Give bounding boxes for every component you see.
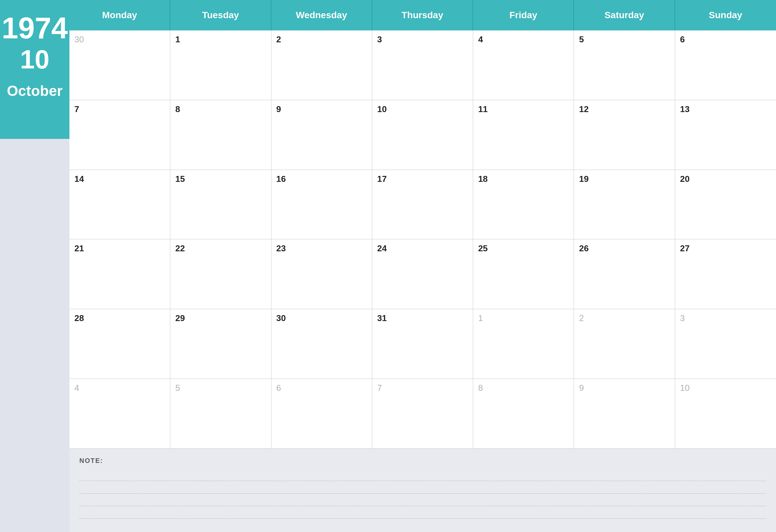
calendar-cell[interactable]: 22	[170, 239, 271, 309]
cell-day-number: 30	[276, 313, 286, 323]
calendar-cell[interactable]: 16	[271, 170, 372, 240]
notes-section: NOTE:	[69, 449, 776, 532]
sidebar: 1974 10 October	[0, 0, 69, 532]
cell-day-number: 25	[478, 243, 488, 253]
calendar-cell[interactable]: 2	[271, 30, 372, 100]
sidebar-year: 1974	[2, 13, 68, 43]
calendar-cell[interactable]: 6	[675, 30, 776, 100]
cell-day-number: 13	[680, 104, 690, 114]
note-line-2	[79, 481, 766, 494]
cell-day-number: 12	[579, 104, 589, 114]
calendar-cell[interactable]: 27	[675, 239, 776, 309]
cell-day-number: 26	[579, 243, 589, 253]
cell-day-number: 1	[478, 313, 483, 323]
cell-day-number: 24	[377, 243, 387, 253]
cell-day-number: 3	[680, 313, 685, 323]
day-headers: MondayTuesdayWednesdayThursdayFridaySatu…	[69, 0, 776, 30]
cell-day-number: 4	[74, 383, 79, 393]
calendar-cell[interactable]: 17	[372, 170, 473, 240]
calendar-cell[interactable]: 1	[473, 309, 574, 379]
calendar-cell[interactable]: 4	[69, 379, 170, 449]
cell-day-number: 31	[377, 313, 387, 323]
note-label: NOTE:	[79, 457, 766, 465]
note-line-4	[79, 506, 766, 519]
calendar-cell[interactable]: 20	[675, 170, 776, 240]
calendar-cell[interactable]: 30	[69, 30, 170, 100]
calendar-cell[interactable]: 19	[574, 170, 675, 240]
calendar-grid: 3012345678910111213141516171819202122232…	[69, 30, 776, 449]
calendar-cell[interactable]: 23	[271, 239, 372, 309]
cell-day-number: 19	[579, 174, 589, 184]
calendar-cell[interactable]: 1	[170, 30, 271, 100]
cell-day-number: 27	[680, 243, 690, 253]
calendar-cell[interactable]: 11	[473, 100, 574, 170]
cell-day-number: 6	[680, 34, 685, 44]
calendar-cell[interactable]: 15	[170, 170, 271, 240]
calendar-cell[interactable]: 29	[170, 309, 271, 379]
cell-day-number: 7	[377, 383, 382, 393]
calendar-cell[interactable]: 8	[170, 100, 271, 170]
cell-day-number: 20	[680, 174, 690, 184]
cell-day-number: 21	[74, 243, 84, 253]
cell-day-number: 15	[175, 174, 185, 184]
calendar-cell[interactable]: 14	[69, 170, 170, 240]
cell-day-number: 2	[579, 313, 584, 323]
calendar-cell[interactable]: 3	[372, 30, 473, 100]
cell-day-number: 28	[74, 313, 84, 323]
cell-day-number: 6	[276, 383, 281, 393]
cell-day-number: 4	[478, 34, 483, 44]
cell-day-number: 9	[579, 383, 584, 393]
cell-day-number: 9	[276, 104, 281, 114]
calendar-cell[interactable]: 24	[372, 239, 473, 309]
note-line-1	[79, 469, 766, 481]
calendar-cell[interactable]: 21	[69, 239, 170, 309]
calendar-cell[interactable]: 31	[372, 309, 473, 379]
calendar-cell[interactable]: 26	[574, 239, 675, 309]
calendar-cell[interactable]: 13	[675, 100, 776, 170]
day-header-friday: Friday	[473, 0, 574, 30]
sidebar-month-name: October	[7, 83, 63, 99]
calendar-cell[interactable]: 5	[170, 379, 271, 449]
cell-day-number: 1	[175, 34, 180, 44]
cell-day-number: 5	[579, 34, 584, 44]
calendar-cell[interactable]: 4	[473, 30, 574, 100]
calendar-cell[interactable]: 5	[574, 30, 675, 100]
cell-day-number: 5	[175, 383, 180, 393]
cell-day-number: 30	[74, 34, 84, 44]
calendar-main: MondayTuesdayWednesdayThursdayFridaySatu…	[69, 0, 776, 532]
calendar-cell[interactable]: 8	[473, 379, 574, 449]
cell-day-number: 8	[478, 383, 483, 393]
calendar-cell[interactable]: 6	[271, 379, 372, 449]
cell-day-number: 29	[175, 313, 185, 323]
calendar-cell[interactable]: 2	[574, 309, 675, 379]
cell-day-number: 18	[478, 174, 488, 184]
cell-day-number: 11	[478, 104, 488, 114]
calendar-cell[interactable]: 9	[574, 379, 675, 449]
cell-day-number: 22	[175, 243, 185, 253]
cell-day-number: 23	[276, 243, 286, 253]
day-header-sunday: Sunday	[675, 0, 776, 30]
calendar-cell[interactable]: 25	[473, 239, 574, 309]
calendar-cell[interactable]: 28	[69, 309, 170, 379]
calendar-cell[interactable]: 7	[69, 100, 170, 170]
cell-day-number: 14	[74, 174, 84, 184]
sidebar-month-num: 10	[20, 46, 50, 73]
cell-day-number: 3	[377, 34, 382, 44]
calendar-cell[interactable]: 10	[372, 100, 473, 170]
cell-day-number: 16	[276, 174, 286, 184]
calendar-cell[interactable]: 9	[271, 100, 372, 170]
cell-day-number: 10	[377, 104, 387, 114]
cell-day-number: 2	[276, 34, 281, 44]
calendar-cell[interactable]: 10	[675, 379, 776, 449]
calendar-cell[interactable]: 30	[271, 309, 372, 379]
day-header-saturday: Saturday	[574, 0, 675, 30]
day-header-monday: Monday	[69, 0, 170, 30]
calendar-cell[interactable]: 18	[473, 170, 574, 240]
note-line-3	[79, 494, 766, 506]
cell-day-number: 8	[175, 104, 180, 114]
calendar-cell[interactable]: 12	[574, 100, 675, 170]
calendar-cell[interactable]: 3	[675, 309, 776, 379]
calendar-cell[interactable]: 7	[372, 379, 473, 449]
calendar-wrapper: 1974 10 October MondayTuesdayWednesdayTh…	[0, 0, 776, 532]
cell-day-number: 10	[680, 383, 690, 393]
